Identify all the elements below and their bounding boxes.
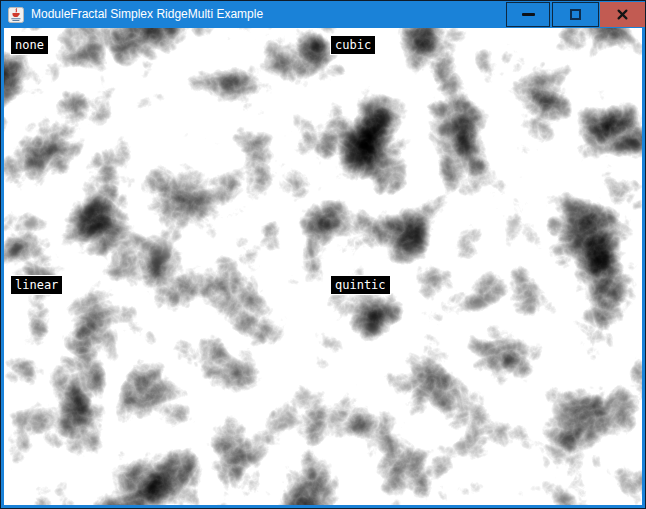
- titlebar[interactable]: ModuleFractal Simplex RidgeMulti Example: [1, 1, 645, 28]
- maximize-icon: [570, 9, 581, 20]
- noise-texture-canvas: [4, 28, 642, 505]
- interp-label-quintic: quintic: [330, 275, 391, 295]
- window-title: ModuleFractal Simplex RidgeMulti Example: [31, 7, 263, 21]
- interp-label-none: none: [10, 35, 49, 55]
- interp-label-linear: linear: [10, 275, 63, 295]
- close-icon: [617, 9, 628, 20]
- app-window: ModuleFractal Simplex RidgeMulti Example…: [0, 0, 646, 509]
- maximize-button[interactable]: [552, 2, 599, 27]
- close-button[interactable]: [600, 2, 645, 27]
- minimize-button[interactable]: [506, 2, 550, 27]
- interp-label-cubic: cubic: [330, 35, 376, 55]
- window-controls: [506, 2, 645, 27]
- java-coffee-cup-icon[interactable]: [8, 7, 24, 23]
- minimize-icon: [522, 13, 535, 16]
- noise-viewport: none cubic linear quintic: [4, 28, 642, 505]
